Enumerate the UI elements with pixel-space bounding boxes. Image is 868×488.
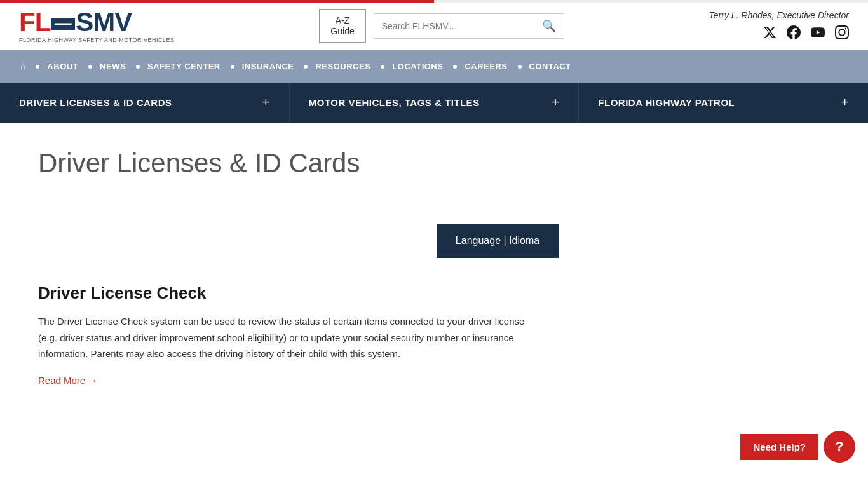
secondary-nav: DRIVER LICENSES & ID CARDS + MOTOR VEHIC…	[0, 83, 868, 123]
nav-safety-center[interactable]: SAFETY CENTER	[140, 50, 228, 83]
sec-nav-motor-vehicles-label: MOTOR VEHICLES, TAGS & TITLES	[309, 97, 480, 108]
twitter-icon[interactable]	[763, 25, 776, 43]
content-divider	[38, 198, 830, 198]
motor-vehicles-plus-icon: +	[552, 95, 559, 110]
logo-subtitle: FLORIDA HIGHWAY SAFETY AND MOTOR VEHICLE…	[19, 37, 175, 43]
home-icon: ⌂	[20, 62, 25, 71]
header-right: Terry L. Rhodes, Executive Director	[709, 10, 849, 43]
page-title: Driver Licenses & ID Cards	[38, 148, 830, 179]
facebook-icon[interactable]	[787, 25, 801, 43]
main-nav: ⌂ ABOUT NEWS SAFETY CENTER INSURANCE RES…	[0, 50, 868, 83]
nav-contact[interactable]: CONTACT	[522, 50, 579, 83]
section-body: The Driver License Check system can be u…	[38, 313, 534, 362]
search-input[interactable]	[382, 21, 542, 31]
search-icon[interactable]: 🔍	[542, 19, 556, 33]
sec-nav-driver-licenses[interactable]: DRIVER LICENSES & ID CARDS +	[0, 83, 290, 123]
sec-nav-motor-vehicles[interactable]: MOTOR VEHICLES, TAGS & TITLES +	[290, 83, 580, 123]
nav-locations[interactable]: LOCATIONS	[384, 50, 451, 83]
executive-title: Terry L. Rhodes, Executive Director	[709, 10, 849, 20]
nav-resources[interactable]: RESOURCES	[308, 50, 378, 83]
logo[interactable]: FLSMV FLORIDA HIGHWAY SAFETY AND MOTOR V…	[19, 9, 175, 43]
nav-careers[interactable]: CAREERS	[457, 50, 515, 83]
social-icons	[763, 25, 849, 43]
main-content: Driver Licenses & ID Cards Language | Id…	[0, 123, 868, 412]
header-center: A-Z Guide 🔍	[319, 9, 564, 43]
search-container: 🔍	[374, 13, 564, 39]
content-section: Driver License Check The Driver License …	[38, 283, 534, 386]
section-title: Driver License Check	[38, 283, 534, 303]
logo-road	[51, 18, 75, 30]
logo-fl: FL	[19, 7, 50, 37]
sec-nav-highway-patrol[interactable]: FLORIDA HIGHWAY PATROL +	[579, 83, 868, 123]
sec-nav-driver-licenses-label: DRIVER LICENSES & ID CARDS	[19, 97, 172, 108]
language-button[interactable]: Language | Idioma	[437, 224, 559, 258]
read-more-link[interactable]: Read More →	[38, 375, 97, 386]
az-guide-button[interactable]: A-Z Guide	[319, 9, 365, 43]
header: FLSMV FLORIDA HIGHWAY SAFETY AND MOTOR V…	[0, 3, 868, 50]
instagram-icon[interactable]	[835, 25, 849, 43]
nav-about[interactable]: ABOUT	[39, 50, 86, 83]
nav-news[interactable]: NEWS	[92, 50, 133, 83]
nav-insurance[interactable]: INSURANCE	[234, 50, 302, 83]
sec-nav-highway-patrol-label: FLORIDA HIGHWAY PATROL	[598, 97, 735, 108]
highway-patrol-plus-icon: +	[841, 95, 849, 110]
logo-smv: SMV	[76, 7, 132, 37]
language-btn-container: Language | Idioma	[38, 224, 830, 258]
youtube-icon[interactable]	[811, 25, 825, 43]
nav-home[interactable]: ⌂	[13, 50, 33, 83]
driver-licenses-plus-icon: +	[262, 95, 269, 110]
